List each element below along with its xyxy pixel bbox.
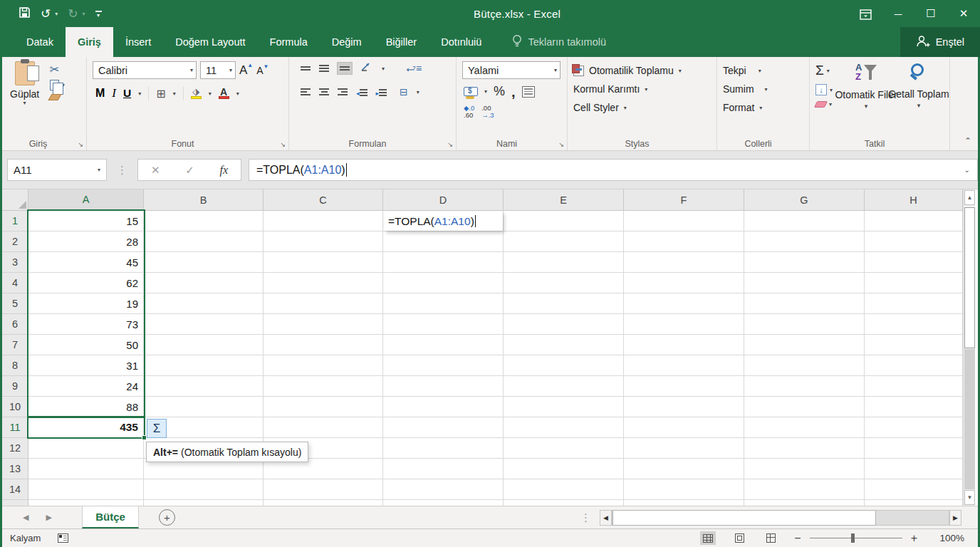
macro-record-icon[interactable] <box>58 533 68 543</box>
cell-c15[interactable] <box>264 500 383 506</box>
underline-dropdown-icon[interactable]: ▾ <box>138 90 141 97</box>
row-header-1[interactable]: 1 <box>2 211 28 231</box>
cell-c9[interactable] <box>264 376 383 397</box>
delete-cells-button[interactable]: Sumim ▾ <box>723 80 805 98</box>
close-button[interactable]: ✕ <box>947 7 980 20</box>
cell-h10[interactable] <box>865 397 963 417</box>
bold-button[interactable]: M <box>95 87 105 100</box>
name-box-dropdown-icon[interactable]: ▾ <box>98 167 100 173</box>
align-bottom-icon[interactable] <box>338 63 352 74</box>
cell-c11[interactable] <box>264 417 383 438</box>
cell-f1[interactable] <box>624 211 744 231</box>
fill-dropdown-icon[interactable]: ▾ <box>830 87 833 93</box>
enter-formula-icon[interactable]: ✓ <box>185 164 194 177</box>
cell-f11[interactable] <box>624 417 744 438</box>
cell-c6[interactable] <box>264 314 383 335</box>
format-cells-button[interactable]: Format ▾ <box>723 98 805 117</box>
cell-h1[interactable] <box>865 211 963 231</box>
cell-e14[interactable] <box>504 479 624 500</box>
ribbon-tab-doğem-layoutt[interactable]: Doğem Layoutt <box>163 27 257 57</box>
column-header-g[interactable]: G <box>744 189 865 211</box>
cell-b4[interactable] <box>144 273 264 293</box>
cell-h7[interactable] <box>865 335 963 355</box>
cell-d6[interactable] <box>383 314 504 335</box>
increase-indent-icon[interactable]: ▸ <box>376 85 387 98</box>
insert-function-icon[interactable]: fx <box>220 164 229 177</box>
save-icon[interactable] <box>19 6 31 21</box>
cell-c8[interactable] <box>264 355 383 376</box>
ribbon-tab-formula[interactable]: Formula <box>258 27 320 57</box>
page-break-view-icon[interactable] <box>763 531 778 545</box>
customize-qat-icon[interactable]: ▾ <box>95 11 102 17</box>
row-header-5[interactable]: 5 <box>2 293 28 314</box>
cell-h12[interactable] <box>865 438 963 459</box>
cell-e15[interactable] <box>504 500 624 506</box>
column-header-c[interactable]: C <box>264 189 383 211</box>
cell-d5[interactable] <box>383 293 504 314</box>
row-header-6[interactable]: 6 <box>2 314 28 335</box>
cell-d15[interactable] <box>383 500 504 506</box>
cell-f3[interactable] <box>624 252 744 273</box>
cell-e11[interactable] <box>504 417 624 438</box>
name-box[interactable]: A11 ▾ <box>7 159 107 181</box>
cell-d14[interactable] <box>383 479 504 500</box>
cell-c3[interactable] <box>264 252 383 273</box>
cell-e7[interactable] <box>504 335 624 355</box>
cell-g10[interactable] <box>744 397 865 417</box>
cell-b8[interactable] <box>144 355 264 376</box>
scroll-left-icon[interactable]: ◀ <box>600 510 612 526</box>
cell-g15[interactable] <box>744 500 865 506</box>
autosum-icon[interactable]: Σ <box>815 63 824 78</box>
paste-button[interactable]: Güplat ▾ <box>10 61 39 106</box>
cell-h9[interactable] <box>865 376 963 397</box>
cell-h11[interactable] <box>865 417 963 438</box>
cell-a10[interactable]: 88 <box>28 397 144 417</box>
align-left-icon[interactable] <box>301 87 311 97</box>
cell-b14[interactable] <box>144 479 264 500</box>
zoom-slider-handle[interactable] <box>851 533 855 543</box>
cell-a5[interactable]: 19 <box>28 293 144 314</box>
cell-b1[interactable] <box>144 211 264 231</box>
row-header-4[interactable]: 4 <box>2 273 28 293</box>
ribbon-tab-biğiller[interactable]: Biğiller <box>374 27 429 57</box>
cell-styles-button[interactable]: Cell Styler ▾ <box>573 98 712 117</box>
cell-b5[interactable] <box>144 293 264 314</box>
cell-h15[interactable] <box>865 500 963 506</box>
cell-b2[interactable] <box>144 231 264 252</box>
ribbon-display-options-icon[interactable] <box>849 7 882 20</box>
accounting-format-icon[interactable] <box>464 87 478 96</box>
sort-filter-button[interactable]: AZ Otomatik Filer ▾ <box>840 61 892 136</box>
cell-g7[interactable] <box>744 335 865 355</box>
number-format-dropdown-icon[interactable]: ▾ <box>554 67 557 73</box>
undo-icon[interactable]: ↺ <box>41 8 51 20</box>
clipboard-dialog-launcher-icon[interactable]: ↘ <box>78 141 83 148</box>
cell-g2[interactable] <box>744 231 865 252</box>
cell-c5[interactable] <box>264 293 383 314</box>
cell-g9[interactable] <box>744 376 865 397</box>
cell-d10[interactable] <box>383 397 504 417</box>
row-header-12[interactable]: 12 <box>2 438 28 459</box>
cell-a2[interactable]: 28 <box>28 231 144 252</box>
accounting-dropdown-icon[interactable]: ▾ <box>484 88 487 95</box>
orientation-icon[interactable] <box>360 61 373 75</box>
cell-d4[interactable] <box>383 273 504 293</box>
autosum-dropdown-icon[interactable]: ▾ <box>827 68 830 74</box>
horizontal-scroll-thumb[interactable] <box>612 510 876 526</box>
format-as-table-button[interactable]: Kormul Karımtı ▾ <box>573 80 712 98</box>
ribbon-tab-i̇nsert[interactable]: İnsert <box>113 27 163 57</box>
row-header-11[interactable]: 11 <box>2 417 28 438</box>
cell-h6[interactable] <box>865 314 963 335</box>
horizontal-scrollbar[interactable]: ◀ ▶ <box>600 510 961 526</box>
cell-e12[interactable] <box>504 438 624 459</box>
cell-g13[interactable] <box>744 459 865 479</box>
fill-color-icon[interactable]: ⬗ <box>191 88 202 99</box>
cell-a4[interactable]: 62 <box>28 273 144 293</box>
align-center-icon[interactable] <box>319 87 329 97</box>
formula-bar-splitter[interactable]: ⋮ <box>117 164 127 177</box>
ribbon-tab-dotınluiü[interactable]: Dotınluiü <box>429 27 494 57</box>
cell-g14[interactable] <box>744 479 865 500</box>
scroll-up-icon[interactable]: ▲ <box>964 190 975 205</box>
cell-d7[interactable] <box>383 335 504 355</box>
formula-input[interactable]: =TOPLA(A1:A10) ⌄ <box>249 159 978 181</box>
cell-d13[interactable] <box>383 459 504 479</box>
